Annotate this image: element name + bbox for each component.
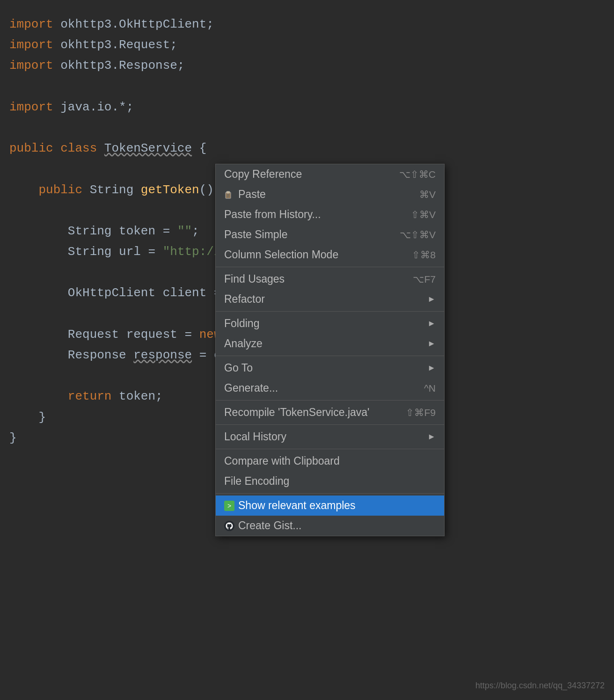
submenu-arrow-folding: ► <box>427 319 436 328</box>
menu-item-goto[interactable]: Go To ► <box>216 358 444 378</box>
menu-item-column-selection[interactable]: Column Selection Mode ⇧⌘8 <box>216 245 444 265</box>
submenu-arrow-goto: ► <box>427 363 436 373</box>
menu-item-goto-label: Go To <box>224 362 423 374</box>
menu-item-paste-simple-label: Paste Simple <box>224 228 390 241</box>
menu-item-recompile-shortcut: ⇧⌘F9 <box>406 407 436 418</box>
svg-rect-1 <box>227 191 230 193</box>
menu-item-compare-clipboard-label: Compare with Clipboard <box>224 455 436 467</box>
menu-item-local-history[interactable]: Local History ► <box>216 427 444 447</box>
code-line <box>9 76 614 97</box>
menu-separator-2 <box>216 311 444 312</box>
menu-item-find-usages-shortcut: ⌥F7 <box>413 274 436 285</box>
menu-item-paste-simple-shortcut: ⌥⇧⌘V <box>400 229 436 241</box>
menu-item-copy-reference[interactable]: Copy Reference ⌥⇧⌘C <box>216 164 444 184</box>
code-line: import java.io.*; <box>9 97 614 117</box>
menu-item-show-examples-label: Show relevant examples <box>238 499 436 512</box>
menu-separator-6 <box>216 449 444 449</box>
menu-item-analyze[interactable]: Analyze ► <box>216 334 444 354</box>
menu-item-file-encoding[interactable]: File Encoding <box>216 471 444 491</box>
menu-item-column-selection-label: Column Selection Mode <box>224 248 402 261</box>
submenu-arrow-local-history: ► <box>427 432 436 442</box>
menu-item-refactor-label: Refactor <box>224 293 423 306</box>
menu-item-paste-label: Paste <box>238 188 410 201</box>
menu-item-find-usages[interactable]: Find Usages ⌥F7 <box>216 269 444 289</box>
menu-item-paste-shortcut: ⌘V <box>419 189 436 200</box>
menu-item-recompile-label: Recompile 'TokenService.java' <box>224 406 396 419</box>
menu-item-file-encoding-label: File Encoding <box>224 475 436 488</box>
menu-separator-3 <box>216 356 444 356</box>
submenu-arrow-refactor: ► <box>427 294 436 304</box>
menu-item-create-gist-label: Create Gist... <box>238 519 436 532</box>
code-line: import okhttp3.Request; <box>9 35 614 55</box>
menu-separator-1 <box>216 267 444 267</box>
menu-item-compare-clipboard[interactable]: Compare with Clipboard <box>216 451 444 471</box>
context-menu: Copy Reference ⌥⇧⌘C Paste ⌘V Paste from … <box>215 164 445 536</box>
paste-icon <box>224 190 234 200</box>
menu-item-paste-simple[interactable]: Paste Simple ⌥⇧⌘V <box>216 225 444 245</box>
menu-item-copy-reference-label: Copy Reference <box>224 168 390 181</box>
watermark: https://blog.csdn.net/qq_34337272 <box>475 681 605 691</box>
menu-item-paste[interactable]: Paste ⌘V <box>216 184 444 204</box>
menu-item-column-selection-shortcut: ⇧⌘8 <box>412 249 436 261</box>
code-line <box>9 117 614 138</box>
menu-item-paste-history-label: Paste from History... <box>224 208 402 221</box>
code-line: public class TokenService { <box>9 138 614 159</box>
menu-item-refactor[interactable]: Refactor ► <box>216 289 444 309</box>
menu-item-generate-label: Generate... <box>224 382 415 394</box>
code-line: import okhttp3.OkHttpClient; <box>9 14 614 35</box>
menu-separator-5 <box>216 424 444 425</box>
menu-item-local-history-label: Local History <box>224 430 423 443</box>
menu-item-generate-shortcut: ^N <box>424 383 436 394</box>
menu-item-recompile[interactable]: Recompile 'TokenService.java' ⇧⌘F9 <box>216 402 444 423</box>
menu-separator-4 <box>216 400 444 401</box>
menu-item-find-usages-label: Find Usages <box>224 273 403 285</box>
menu-item-folding-label: Folding <box>224 317 423 330</box>
menu-item-analyze-label: Analyze <box>224 337 423 350</box>
menu-item-generate[interactable]: Generate... ^N <box>216 378 444 398</box>
code-line: import okhttp3.Response; <box>9 55 614 76</box>
show-examples-icon: > <box>224 501 234 511</box>
submenu-arrow-analyze: ► <box>427 339 436 349</box>
watermark-text: https://blog.csdn.net/qq_34337272 <box>475 681 605 690</box>
menu-separator-7 <box>216 493 444 494</box>
menu-item-create-gist[interactable]: Create Gist... <box>216 516 444 536</box>
menu-item-paste-history-shortcut: ⇧⌘V <box>411 209 436 220</box>
github-icon <box>224 521 234 531</box>
menu-item-paste-history[interactable]: Paste from History... ⇧⌘V <box>216 204 444 225</box>
menu-item-show-examples[interactable]: > Show relevant examples <box>216 496 444 516</box>
menu-item-copy-reference-shortcut: ⌥⇧⌘C <box>399 169 436 180</box>
menu-item-folding[interactable]: Folding ► <box>216 314 444 334</box>
